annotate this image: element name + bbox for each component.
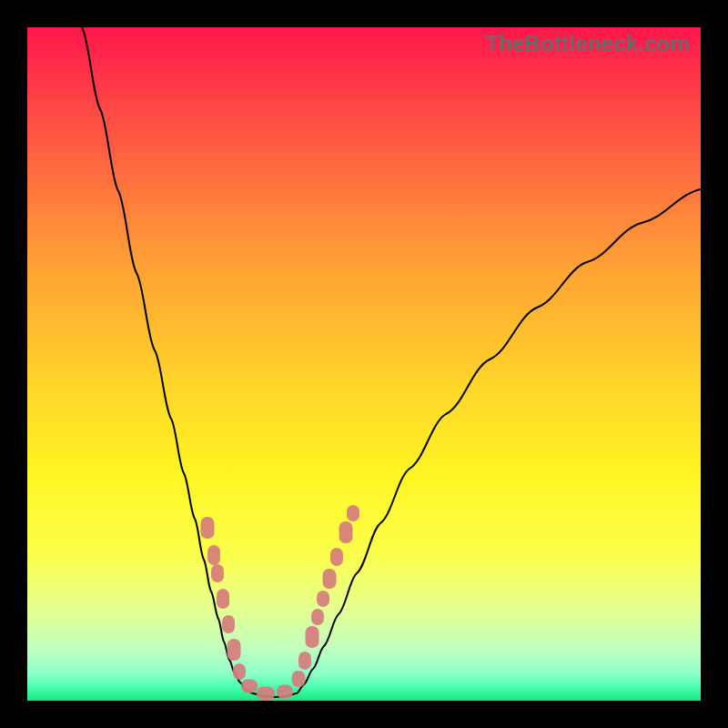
marker-group (201, 505, 360, 701)
sample-marker (233, 663, 246, 680)
sample-marker (317, 591, 329, 607)
curve-left-branch (82, 27, 253, 693)
curve-valley-floor (253, 693, 297, 697)
sample-marker (211, 564, 224, 582)
sample-marker (323, 569, 337, 589)
sample-marker (217, 589, 229, 609)
sample-marker (298, 652, 311, 670)
sample-marker (330, 548, 343, 566)
sample-marker (347, 505, 359, 521)
curve-right-branch (297, 189, 701, 693)
sample-marker (207, 545, 220, 565)
sample-marker (241, 680, 258, 693)
sample-marker (201, 517, 215, 539)
sample-marker (306, 626, 319, 648)
chart-svg (27, 27, 701, 701)
sample-marker (222, 615, 235, 633)
outer-frame: TheBottleneck.com (0, 0, 728, 728)
attribution-text: TheBottleneck.com (485, 31, 690, 56)
sample-marker (228, 639, 241, 661)
sample-marker (257, 687, 275, 701)
sample-marker (277, 685, 293, 699)
sample-marker (311, 609, 324, 625)
plot-area: TheBottleneck.com (27, 27, 701, 701)
sample-marker (339, 521, 353, 543)
sample-marker (292, 671, 306, 687)
